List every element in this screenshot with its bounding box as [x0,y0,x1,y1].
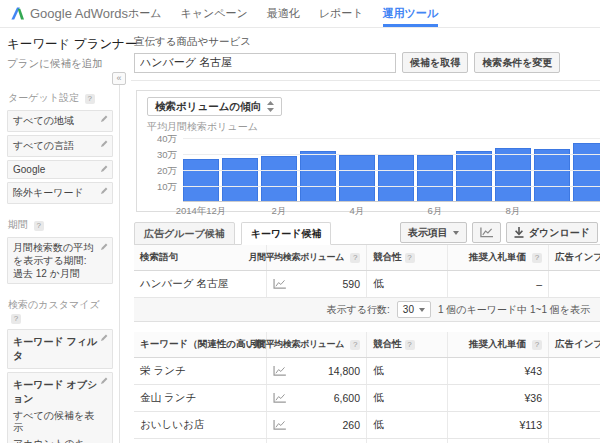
customize-section-label: 検索のカスタマイズ ? [8,298,113,324]
collapse-sidebar-icon[interactable]: « [112,72,126,85]
table-row: おいしいお店 260 低 ¥113 [134,412,600,439]
nav-item-optimize[interactable]: 最適化 [267,0,300,27]
column-header-ad-impression[interactable]: 広告インプレッシ [548,332,600,357]
help-icon[interactable]: ? [405,253,415,263]
table-header-row: 検索語句 月間平均検索ボリューム? 競合性? 推奨入札単価? 広告インプレッシ [134,245,600,271]
sort-arrows-icon [267,101,274,112]
nav-item-tools[interactable]: 運用ツール [383,0,439,27]
pencil-icon[interactable] [100,186,109,197]
get-ideas-button[interactable]: 候補を取得 [402,52,468,73]
targeting-network[interactable]: Google [7,160,113,179]
table-row: ハンバーグ 名古屋 590 低 – [134,271,600,298]
trend-dropdown-button[interactable]: 検索ボリュームの傾向 [147,97,282,116]
tab-ad-group-ideas[interactable]: 広告グループ候補 [134,222,235,245]
keyword-options-box[interactable]: キーワード オプション すべての候補を表示 アカウントのキーワードを表示 プラン… [7,372,113,443]
help-icon[interactable]: ? [532,253,542,263]
chart-axis-label: 平均月間検索ボリューム [147,120,600,134]
pencil-icon[interactable] [100,376,109,387]
sidebar: キーワード プランナー プランに候補を追加 ターゲット設定 ? すべての地域 す… [0,28,119,443]
volume-cell: 14,800 [266,358,366,384]
search-terms-table: 検索語句 月間平均検索ボリューム? 競合性? 推奨入札単価? 広告インプレッシ … [134,245,600,322]
keyword-filter-box[interactable]: キーワード フィルタ [7,329,113,369]
mini-trend-icon[interactable] [273,420,286,430]
pencil-icon[interactable] [100,114,109,125]
nav-item-home[interactable]: ホーム [128,0,162,27]
column-header-suggested-bid[interactable]: 推奨入札単価? [447,245,548,270]
bar-2015年10月 [573,143,600,201]
pencil-icon[interactable] [100,164,109,175]
table-row: 栄 ランチ 14,800 低 ¥43 [134,358,600,385]
option-show-all: すべての候補を表示 [13,410,98,434]
column-header-avg-volume[interactable]: 月間平均検索ボリューム? [266,332,366,357]
targeting-languages[interactable]: すべての言語 [7,135,113,157]
pagination-bar: 表示する行数: 30 1 個のキーワード中 1~1 個を表示 [134,298,600,322]
tab-keyword-ideas[interactable]: キーワード候補 [241,222,332,245]
bid-cell: – [447,271,548,297]
column-header-suggested-bid[interactable]: 推奨入札単価? [447,332,548,357]
bid-cell: ¥36 [447,385,548,411]
mini-trend-icon[interactable] [273,366,286,376]
column-header-competition[interactable]: 競合性? [366,332,447,357]
download-button[interactable]: ダウンロード [506,222,598,243]
pencil-icon[interactable] [100,333,109,344]
adwords-logo[interactable]: Google AdWords [10,0,128,27]
column-header-ad-impression[interactable]: 広告インプレッシ [548,245,600,270]
search-volume-panel: 検索ボリュームの傾向 平均月間検索ボリューム 2014年12月2月4月6月8月 … [136,90,600,212]
gridline [183,138,600,139]
columns-button[interactable]: 表示項目 [400,222,467,243]
competition-cell: 低 [366,358,447,384]
main-content: 宣伝する商品やサービス 候補を取得 検索条件を変更 検索ボリュームの傾向 平均月… [120,28,600,443]
rows-per-page-select[interactable]: 30 [397,301,431,318]
table-row: ハンバーグ おすすめ 170 低 – [134,439,600,443]
x-axis-tick: 4月 [350,205,365,218]
bar-2015年3月 [300,151,336,201]
product-service-input[interactable] [134,53,396,73]
x-axis-tick: 6月 [428,205,443,218]
column-header-competition[interactable]: 競合性? [366,245,447,270]
x-axis-tick: 2014年12月 [176,205,227,218]
nav-item-reports[interactable]: レポート [319,0,364,27]
targeting-negative-keywords[interactable]: 除外キーワード [7,182,113,204]
mini-trend-icon[interactable] [273,279,286,289]
nav-item-campaigns[interactable]: キャンペーン [181,0,248,27]
period-section-label: 期間 ? [8,218,113,232]
change-criteria-button[interactable]: 検索条件を変更 [474,52,560,73]
gridline [183,186,600,187]
impression-share-cell [548,358,600,384]
help-icon[interactable]: ? [532,340,542,350]
search-term-cell: ハンバーグ 名古屋 [134,271,266,297]
trend-chart-icon [480,227,493,238]
bar-2014年12月 [183,159,219,201]
adwords-logo-icon [10,6,25,21]
volume-cell: 590 [266,271,366,297]
help-icon[interactable]: ? [350,340,360,350]
keyword-ideas-table: キーワード（関連性の高い順） 月間平均検索ボリューム? 競合性? 推奨入札単価?… [134,332,600,443]
chart-plot-area [183,136,600,202]
mini-trend-icon[interactable] [273,393,286,403]
y-axis-tick: 20万 [147,165,177,178]
pencil-icon[interactable] [100,241,109,254]
rows-per-page-label: 表示する行数: [327,303,390,317]
help-icon[interactable]: ? [11,314,21,324]
period-setting[interactable]: 月間検索数の平均を表示する期間: 過去 12 か月間 [7,237,113,284]
search-label: 宣伝する商品やサービス [134,35,600,49]
volume-cell: 170 [266,439,366,443]
bar-2015年7月 [456,151,492,201]
pencil-icon[interactable] [100,139,109,150]
competition-cell: 低 [366,439,447,443]
help-icon[interactable]: ? [85,94,95,104]
bar-2015年1月 [222,158,258,201]
caret-down-icon [453,231,459,235]
column-header-avg-volume[interactable]: 月間平均検索ボリューム? [266,245,366,270]
column-header-keyword-relevance[interactable]: キーワード（関連性の高い順） [134,332,266,357]
targeting-locations[interactable]: すべての地域 [7,110,113,132]
column-header-search-term[interactable]: 検索語句 [134,245,266,270]
help-icon[interactable]: ? [34,221,44,231]
chart-x-axis: 2014年12月2月4月6月8月 [183,205,600,217]
trend-chart-toggle-button[interactable] [472,222,501,243]
targeting-section-label: ターゲット設定 ? [8,91,113,105]
volume-cell: 6,600 [266,385,366,411]
x-axis-tick: 2月 [272,205,287,218]
help-icon[interactable]: ? [350,253,360,263]
help-icon[interactable]: ? [405,340,415,350]
